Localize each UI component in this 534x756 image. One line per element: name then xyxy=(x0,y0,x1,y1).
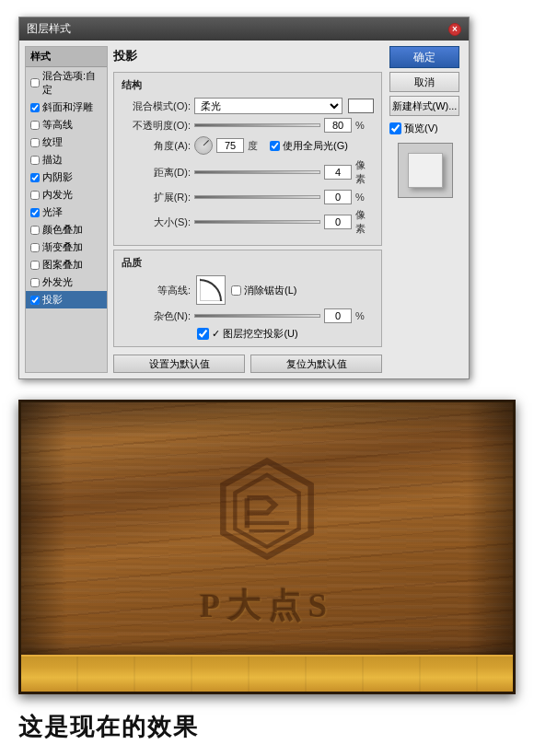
angle-unit: 度 xyxy=(248,139,266,153)
style-checkbox-gradient-overlay[interactable] xyxy=(30,243,40,252)
global-light-text: 使用全局光(G) xyxy=(283,139,348,153)
angle-row: 角度(A): 度 使用全局光(G) xyxy=(122,136,374,155)
style-checkbox-outer-glow[interactable] xyxy=(30,278,40,287)
distance-label: 距离(D): xyxy=(122,166,191,180)
style-checkbox-color-overlay[interactable] xyxy=(30,226,40,235)
style-item-color-overlay[interactable]: 颜色叠加 xyxy=(26,221,107,238)
style-item-bevel[interactable]: 斜面和浮雕 xyxy=(26,99,107,116)
cancel-button[interactable]: 取消 xyxy=(389,72,459,92)
style-label-outer-glow: 外发光 xyxy=(42,275,73,289)
ok-button[interactable]: 确定 xyxy=(389,46,459,68)
style-label-drop-shadow: 投影 xyxy=(42,293,63,307)
global-light-checkbox[interactable] xyxy=(270,141,280,151)
restore-default-button[interactable]: 复位为默认值 xyxy=(250,355,382,373)
style-checkbox-stroke[interactable] xyxy=(30,156,40,165)
style-label-blending: 混合选项:自定 xyxy=(42,69,102,97)
size-input[interactable] xyxy=(324,215,352,229)
style-checkbox-texture[interactable] xyxy=(30,138,40,147)
contour-label: 等高线: xyxy=(122,284,191,297)
spread-slider[interactable] xyxy=(194,195,320,199)
wood-image: P大点S xyxy=(18,400,516,694)
styles-panel-header: 样式 xyxy=(26,47,107,67)
angle-input[interactable] xyxy=(216,138,244,153)
style-label-stroke: 描边 xyxy=(42,153,63,167)
new-style-button[interactable]: 新建样式(W)... xyxy=(389,96,459,116)
preview-checkbox[interactable] xyxy=(389,122,401,134)
quality-section: 品质 等高线: 消除锯齿(L) 杂色(N): xyxy=(113,250,382,347)
opacity-row: 不透明度(O): % xyxy=(122,118,374,133)
contour-curve-thumb[interactable] xyxy=(196,275,226,305)
style-item-drop-shadow[interactable]: 投影 xyxy=(26,291,107,308)
buttons-panel: 确定 取消 新建样式(W)... 预览(V) xyxy=(388,46,463,373)
style-item-inner-shadow[interactable]: 内阴影 xyxy=(26,169,107,186)
size-slider[interactable] xyxy=(194,220,320,224)
blend-mode-label: 混合模式(O): xyxy=(122,99,191,113)
noise-row: 杂色(N): % xyxy=(122,308,374,323)
style-item-pattern-overlay[interactable]: 图案叠加 xyxy=(26,256,107,273)
noise-input[interactable] xyxy=(324,308,352,323)
close-icon[interactable]: × xyxy=(448,23,461,36)
preview-label[interactable]: 预览(V) xyxy=(389,122,461,135)
style-checkbox-inner-shadow[interactable] xyxy=(30,173,40,182)
quality-title: 品质 xyxy=(122,256,374,270)
style-item-blending[interactable]: 混合选项:自定 xyxy=(26,67,107,99)
layer-knockout-row: ✓ 图层挖空投影(U) xyxy=(122,327,374,341)
noise-slider[interactable] xyxy=(194,314,320,318)
distance-input[interactable] xyxy=(324,165,352,180)
size-unit: 像素 xyxy=(355,208,374,236)
opacity-input[interactable] xyxy=(324,118,352,133)
preview-thumbnail xyxy=(398,143,453,198)
style-label-texture: 纹理 xyxy=(42,135,63,149)
wood-shadow-left xyxy=(21,402,67,692)
style-item-outer-glow[interactable]: 外发光 xyxy=(26,273,107,291)
style-checkbox-satin[interactable] xyxy=(30,208,40,217)
dialog-body: 样式 混合选项:自定 斜面和浮雕 等高线 xyxy=(19,41,469,378)
anti-alias-label[interactable]: 消除锯齿(L) xyxy=(231,284,296,297)
contour-row: 等高线: 消除锯齿(L) xyxy=(122,275,374,305)
structure-title: 结构 xyxy=(122,78,374,92)
dialog-titlebar: 图层样式 × xyxy=(19,17,469,41)
noise-unit: % xyxy=(355,310,374,321)
angle-label: 角度(A): xyxy=(122,139,191,153)
size-row: 大小(S): 像素 xyxy=(122,208,374,236)
style-item-satin[interactable]: 光泽 xyxy=(26,204,107,221)
noise-label: 杂色(N): xyxy=(122,309,191,323)
layer-knockout-text: ✓ 图层挖空投影(U) xyxy=(212,327,297,341)
caption-text: 这是现在的效果 xyxy=(18,711,199,743)
spread-label: 扩展(R): xyxy=(122,191,191,204)
distance-slider[interactable] xyxy=(194,170,320,174)
style-checkbox-bevel[interactable] xyxy=(30,103,40,112)
angle-dial[interactable] xyxy=(194,136,213,155)
wood-text: P大点S xyxy=(200,584,334,629)
wood-shelf xyxy=(21,655,513,692)
wood-shadow-top xyxy=(21,402,513,439)
style-item-gradient-overlay[interactable]: 渐变叠加 xyxy=(26,238,107,256)
style-item-stroke[interactable]: 描边 xyxy=(26,151,107,169)
style-checkbox-inner-glow[interactable] xyxy=(30,191,40,200)
style-item-inner-glow[interactable]: 内发光 xyxy=(26,186,107,204)
blend-color-swatch[interactable] xyxy=(348,99,374,113)
layer-knockout-checkbox[interactable] xyxy=(197,328,209,340)
style-checkbox-drop-shadow[interactable] xyxy=(30,296,40,305)
style-label-satin: 光泽 xyxy=(42,205,63,219)
opacity-slider[interactable] xyxy=(194,123,320,127)
bottom-controls: 设置为默认值 复位为默认值 xyxy=(113,355,382,373)
style-checkbox-contour[interactable] xyxy=(30,121,40,130)
style-label-bevel: 斜面和浮雕 xyxy=(42,100,93,114)
global-light-label[interactable]: 使用全局光(G) xyxy=(270,139,348,153)
style-label-gradient-overlay: 渐变叠加 xyxy=(42,240,83,254)
style-item-contour[interactable]: 等高线 xyxy=(26,116,107,134)
size-label: 大小(S): xyxy=(122,215,191,229)
spread-input[interactable] xyxy=(324,190,352,204)
style-checkbox-pattern-overlay[interactable] xyxy=(30,261,40,270)
style-label-color-overlay: 颜色叠加 xyxy=(42,223,83,237)
caption-section: 这是现在的效果 xyxy=(0,702,534,747)
reset-default-button[interactable]: 设置为默认值 xyxy=(113,355,245,373)
style-checkbox-blending[interactable] xyxy=(30,78,40,87)
opacity-label: 不透明度(O): xyxy=(122,119,191,133)
structure-section: 结构 混合模式(O): 柔光 不透明度(O): xyxy=(113,72,382,246)
blend-mode-select[interactable]: 柔光 xyxy=(194,98,342,114)
anti-alias-checkbox[interactable] xyxy=(231,285,241,296)
style-item-texture[interactable]: 纹理 xyxy=(26,134,107,151)
style-label-contour: 等高线 xyxy=(42,118,73,132)
